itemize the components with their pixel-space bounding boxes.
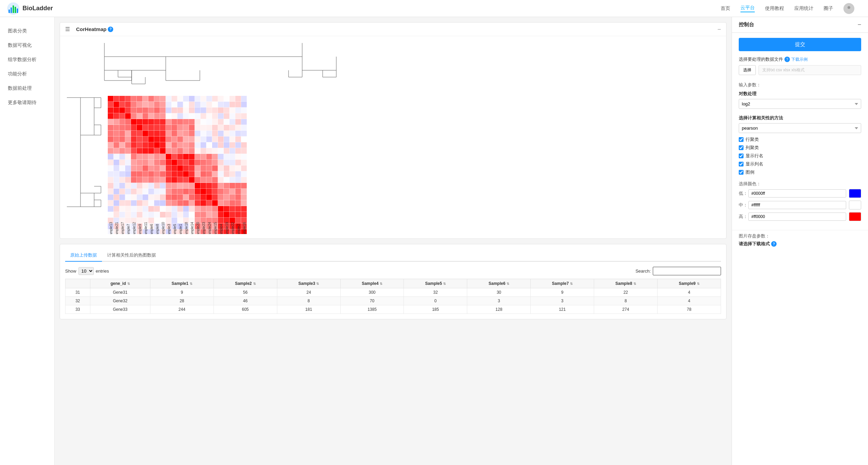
color-mid-swatch[interactable] [849,201,861,209]
col-gene-id[interactable]: gene_id ⇅ [90,279,150,288]
svg-rect-266 [212,154,218,160]
svg-point-6 [848,6,850,9]
svg-rect-283 [172,160,177,165]
svg-rect-435 [218,194,224,200]
svg-rect-417 [114,194,119,200]
col-s7[interactable]: Sample7 ⇅ [531,279,594,288]
svg-rect-224 [108,148,114,154]
svg-rect-128 [108,125,114,131]
svg-rect-46 [189,102,195,107]
svg-rect-332 [177,171,183,177]
checkbox-col-cluster[interactable] [739,145,744,150]
col-s5[interactable]: Sample5 ⇅ [404,279,467,288]
entries-select[interactable]: 10 25 50 [78,267,94,275]
svg-rect-81 [114,113,119,119]
svg-rect-210 [166,142,172,148]
svg-rect-313 [206,165,212,171]
submit-button[interactable]: 提交 [739,38,861,51]
menu-icon[interactable]: ☰ [65,26,70,32]
svg-rect-166 [189,131,195,136]
color-low-swatch[interactable] [849,189,861,198]
nav-tutorial[interactable]: 使用教程 [765,5,784,12]
logo[interactable]: BioLadder [7,2,53,15]
svg-rect-334 [189,171,195,177]
svg-rect-147 [218,125,224,131]
svg-rect-523 [172,218,177,223]
svg-rect-31 [241,96,247,102]
checkbox-colnames[interactable] [739,162,744,166]
col-s3[interactable]: Sample3 ⇅ [277,279,340,288]
svg-rect-458 [212,200,218,206]
svg-rect-274 [119,160,125,165]
sidebar-item-preprocessing[interactable]: 数据前处理 [0,81,54,96]
col-s2[interactable]: Sample2 ⇅ [214,279,277,288]
color-row-mid: 中： [739,201,861,209]
sidebar-item-categories[interactable]: 图表分类 [0,24,54,38]
col-s9[interactable]: Sample9 ⇅ [658,279,721,288]
checkbox-row-cluster[interactable] [739,137,744,142]
sidebar-item-functional[interactable]: 功能分析 [0,67,54,81]
nav-stats[interactable]: 应用统计 [794,5,813,12]
svg-rect-297 [114,165,119,171]
svg-rect-22 [189,96,195,102]
color-high-input[interactable] [748,213,846,221]
svg-rect-312 [201,165,206,171]
svg-rect-298 [119,165,125,171]
file-help-icon[interactable]: ? [784,57,790,62]
nav-home[interactable]: 首页 [721,5,730,12]
checkbox-rownames[interactable] [739,154,744,158]
svg-rect-48 [201,102,206,107]
svg-rect-164 [177,131,183,136]
svg-rect-363 [218,177,224,183]
svg-rect-44 [177,102,183,107]
svg-rect-170 [212,131,218,136]
svg-rect-126 [235,119,241,125]
col-s1[interactable]: Sample1 ⇅ [150,279,214,288]
tab-correlation-data[interactable]: 计算相关性后的热图数据 [102,249,161,262]
col-s8[interactable]: Sample8 ⇅ [594,279,658,288]
svg-rect-80 [108,113,114,119]
svg-rect-439 [241,194,247,200]
svg-rect-174 [235,131,241,136]
col-s6[interactable]: Sample6 ⇅ [467,279,531,288]
file-select-button[interactable]: 选择 [739,65,756,75]
help-icon[interactable]: ? [108,27,113,32]
nav-community[interactable]: 圈子 [824,5,833,12]
minimize-button[interactable]: − [717,26,721,32]
svg-rect-502 [189,212,195,218]
svg-text:Sample18: Sample18 [185,222,188,234]
color-low-label: 低： [739,190,746,197]
search-input[interactable] [653,267,721,275]
nav-cloud[interactable]: 云平台 [740,5,755,12]
svg-text:Sample13: Sample13 [109,222,113,234]
svg-rect-237 [183,148,189,154]
center-content: ☰ CorHeatmap ? − [55,17,732,465]
svg-rect-364 [224,177,230,183]
sidebar-item-omics[interactable]: 组学数据分析 [0,53,54,67]
svg-rect-54 [235,102,241,107]
svg-rect-129 [114,125,119,131]
checkbox-legend-input[interactable] [739,170,744,175]
download-example-link[interactable]: 下载示例 [791,57,808,62]
svg-rect-183 [148,136,154,142]
svg-rect-214 [189,142,195,148]
svg-rect-368 [108,183,114,189]
svg-rect-390 [235,183,241,189]
download-format-help-icon[interactable]: ? [771,241,777,247]
svg-rect-194 [212,136,218,142]
control-minimize-btn[interactable]: − [857,21,861,28]
svg-rect-263 [195,154,201,160]
sidebar-item-visualization[interactable]: 数据可视化 [0,38,54,53]
correlation-method-select[interactable]: pearson spearman kendall [739,123,861,133]
avatar[interactable] [843,3,854,14]
color-mid-input[interactable] [748,201,846,209]
svg-rect-475 [172,206,177,212]
color-high-swatch[interactable] [849,212,861,221]
svg-rect-74 [212,107,218,113]
col-s4[interactable]: Sample4 ⇅ [340,279,404,288]
svg-rect-386 [212,183,218,189]
svg-rect-71 [195,107,201,113]
log-transform-select[interactable]: log2 log10 none [739,99,861,109]
tab-original-data[interactable]: 原始上传数据 [65,249,102,262]
color-low-input[interactable] [748,189,846,198]
